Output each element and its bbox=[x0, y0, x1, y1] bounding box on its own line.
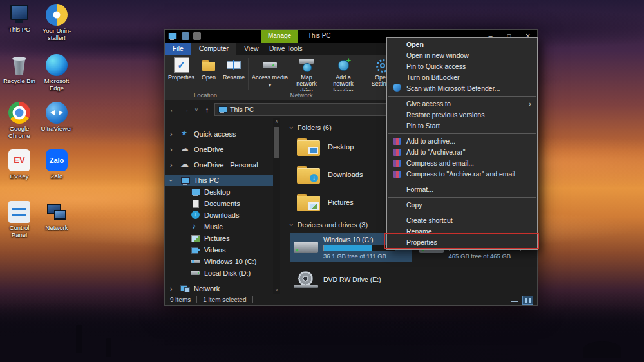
menu-item-add-to-archive-rar[interactable]: Add to "Archive.rar" bbox=[387, 147, 537, 158]
desktop-icon-label: Network bbox=[39, 225, 75, 232]
sidebar-item-this-pc[interactable]: This PC bbox=[165, 175, 273, 186]
menu-item-scan-with-defender[interactable]: Scan with Microsoft Defender... bbox=[387, 83, 537, 94]
desktop-icon-chrome[interactable]: Google Chrome bbox=[1, 102, 37, 140]
tab-drive-tools[interactable]: Drive Tools bbox=[261, 43, 310, 55]
add-network-location-button[interactable]: Add a network location bbox=[323, 57, 363, 95]
ribbon-group-network: Network bbox=[246, 91, 357, 99]
quick-access-toolbar-customize-icon[interactable] bbox=[193, 32, 201, 40]
menu-item-compress-to-archive-and-email[interactable]: Compress to "Archive.rar" and email bbox=[387, 169, 537, 180]
desktop-icon-label: Control Panel bbox=[1, 225, 37, 239]
menu-item-pin-to-quick-access[interactable]: Pin to Quick access bbox=[387, 61, 537, 72]
hard-drive-icon bbox=[294, 240, 318, 254]
expander-icon[interactable] bbox=[170, 160, 176, 170]
sidebar-item-music[interactable]: Music bbox=[165, 221, 273, 233]
manage-contextual-header: Manage bbox=[261, 30, 298, 43]
breadcrumb-location[interactable]: This PC bbox=[230, 106, 254, 113]
desktop-icon-uninstaller[interactable]: Your Unin-staller! bbox=[39, 4, 75, 42]
desktop-icon-recycle-bin[interactable]: Recycle Bin bbox=[1, 54, 37, 85]
details-view-button[interactable] bbox=[509, 296, 520, 305]
menu-item-pin-to-start[interactable]: Pin to Start bbox=[387, 120, 537, 131]
menu-item-turn-on-bitlocker[interactable]: Turn on BitLocker bbox=[387, 72, 537, 83]
expander-icon[interactable] bbox=[170, 129, 176, 139]
rename-button[interactable]: Rename bbox=[221, 57, 247, 81]
item-count: 9 items bbox=[170, 296, 191, 303]
sidebar-scrollbar[interactable] bbox=[273, 118, 280, 294]
expander-icon[interactable] bbox=[170, 283, 176, 294]
sidebar-item-label: Desktop bbox=[204, 188, 230, 196]
tab-file[interactable]: File bbox=[165, 43, 191, 55]
menu-item-compress-and-email[interactable]: Compress and email... bbox=[387, 158, 537, 169]
sidebar-item-network[interactable]: Network bbox=[165, 283, 273, 294]
quick-access-toolbar-icon[interactable] bbox=[182, 32, 189, 40]
desktop-icon-edge[interactable]: Microsoft Edge bbox=[39, 54, 75, 92]
sidebar-item-desktop[interactable]: Desktop bbox=[165, 186, 273, 198]
sidebar-item-label: Downloads bbox=[204, 211, 239, 219]
edge-icon bbox=[46, 54, 68, 76]
dvd-drive-tile[interactable]: DVD RW Drive (E:) bbox=[290, 265, 414, 294]
history-dropdown-icon[interactable] bbox=[193, 107, 200, 113]
menu-item-label: Turn on BitLocker bbox=[406, 73, 459, 81]
menu-item-give-access-to[interactable]: Give access to bbox=[387, 99, 537, 110]
properties-button[interactable]: Properties bbox=[166, 57, 196, 81]
expander-icon[interactable] bbox=[170, 175, 176, 186]
menu-item-create-shortcut[interactable]: Create shortcut bbox=[387, 215, 537, 226]
menu-item-rename[interactable]: Rename bbox=[387, 226, 537, 237]
back-button[interactable] bbox=[167, 106, 178, 113]
ribbon-divider bbox=[365, 58, 365, 90]
desktop-icon-ultraviewer[interactable]: UltraViewer bbox=[39, 102, 75, 133]
desktop-icon-label: Microsoft Edge bbox=[39, 78, 75, 92]
sidebar-item-pictures[interactable]: Pictures bbox=[165, 233, 273, 244]
scroll-up-icon[interactable] bbox=[273, 119, 280, 124]
ribbon-divider bbox=[248, 58, 249, 90]
menu-item-add-to-archive[interactable]: Add to archive... bbox=[387, 136, 537, 147]
desktop-icon-this-pc[interactable]: This PC bbox=[1, 3, 37, 33]
uninstaller-icon bbox=[46, 4, 68, 26]
ribbon-button-label: Access media bbox=[252, 74, 288, 81]
sidebar-item-videos[interactable]: Videos bbox=[165, 244, 273, 256]
desktop-icon-label: Zalo bbox=[39, 173, 75, 180]
desktop-icon-evkey[interactable]: EV EVKey bbox=[1, 149, 37, 180]
sidebar-item-documents[interactable]: Documents bbox=[165, 198, 273, 209]
sidebar-item-label: Windows 10 (C:) bbox=[204, 258, 256, 265]
desktop-icon-control-panel[interactable]: Control Panel bbox=[1, 201, 37, 239]
tab-computer[interactable]: Computer bbox=[191, 43, 236, 55]
sidebar-item-windows-c[interactable]: Windows 10 (C:) bbox=[165, 256, 273, 267]
scroll-down-icon[interactable] bbox=[273, 287, 280, 292]
sidebar-item-quick-access[interactable]: Quick access bbox=[165, 128, 273, 140]
desktop-icon-network[interactable]: Network bbox=[39, 201, 75, 232]
menu-item-copy[interactable]: Copy bbox=[387, 200, 537, 211]
sidebar-item-onedrive-personal[interactable]: OneDrive - Personal bbox=[165, 159, 273, 171]
access-media-button[interactable]: Access media bbox=[250, 57, 290, 90]
menu-item-open-in-new-window[interactable]: Open in new window bbox=[387, 50, 537, 61]
dropdown-icon bbox=[269, 82, 271, 88]
desktop-icon-label: UltraViewer bbox=[39, 126, 75, 133]
expander-icon[interactable] bbox=[170, 144, 176, 155]
sidebar-item-local-disk-d[interactable]: Local Disk (D:) bbox=[165, 267, 273, 279]
scrollbar-thumb[interactable] bbox=[274, 127, 279, 158]
sidebar-item-label: Local Disk (D:) bbox=[204, 269, 251, 277]
menu-item-format[interactable]: Format... bbox=[387, 184, 537, 195]
dvd-drive-icon bbox=[294, 271, 318, 288]
sidebar-item-label: Documents bbox=[204, 200, 240, 207]
menu-item-properties[interactable]: Properties bbox=[387, 237, 537, 248]
sidebar-item-onedrive[interactable]: OneDrive bbox=[165, 144, 273, 155]
menu-separator bbox=[388, 133, 536, 134]
access-media-icon bbox=[262, 57, 278, 73]
menu-item-label: Compress and email... bbox=[406, 159, 474, 167]
open-button[interactable]: Open bbox=[196, 57, 221, 81]
chrome-icon bbox=[8, 102, 30, 124]
sidebar-item-label: Network bbox=[194, 285, 220, 292]
thumbnail-view-button[interactable] bbox=[522, 296, 533, 305]
up-button[interactable] bbox=[202, 106, 213, 113]
collapse-icon[interactable] bbox=[290, 221, 293, 229]
forward-button[interactable] bbox=[180, 106, 191, 113]
menu-item-restore-previous-versions[interactable]: Restore previous versions bbox=[387, 110, 537, 120]
folder-tile-label: Downloads bbox=[328, 171, 363, 178]
evkey-logo-text: EV bbox=[8, 149, 30, 171]
menu-item-open[interactable]: Open bbox=[387, 39, 537, 50]
desktop-icon-zalo[interactable]: Zalo Zalo bbox=[39, 149, 75, 180]
collapse-icon[interactable] bbox=[290, 124, 293, 131]
sidebar-item-downloads[interactable]: Downloads bbox=[165, 209, 273, 221]
network-icon bbox=[46, 201, 68, 223]
drive-name: DVD RW Drive (E:) bbox=[323, 276, 381, 283]
